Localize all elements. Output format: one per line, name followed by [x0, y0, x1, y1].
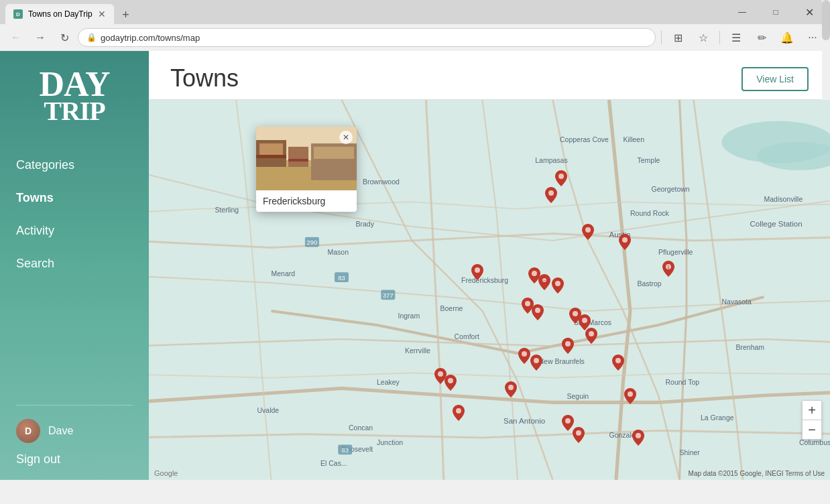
svg-point-67	[522, 351, 527, 357]
svg-text:Fredericksburg: Fredericksburg	[461, 276, 508, 284]
notifications-icon[interactable]: 🔔	[775, 25, 799, 50]
svg-point-56	[622, 237, 628, 243]
map-pin-6[interactable]: ~	[538, 274, 550, 290]
lock-icon: 🔒	[86, 33, 97, 42]
svg-point-71	[448, 378, 453, 383]
svg-text:Madisonville: Madisonville	[764, 195, 803, 203]
refresh-button[interactable]: ↻	[54, 27, 75, 48]
sidebar-item-activity[interactable]: Activity	[0, 214, 149, 247]
sidebar: DAY TRIP Categories Towns Activity Searc…	[0, 51, 149, 480]
svg-text:San Antonio: San Antonio	[503, 417, 545, 425]
map-pin-14[interactable]	[518, 348, 530, 364]
svg-point-74	[456, 408, 461, 414]
svg-text:83: 83	[338, 274, 345, 281]
map-pin-13[interactable]	[562, 338, 574, 354]
svg-text:Round Top: Round Top	[666, 378, 700, 386]
sidebar-divider	[16, 405, 133, 405]
svg-text:Temple: Temple	[638, 157, 660, 165]
edit-icon[interactable]: ✏	[750, 25, 774, 50]
svg-point-63	[573, 311, 578, 316]
svg-text:Boerne: Boerne	[440, 304, 463, 312]
favorites-icon[interactable]: ☆	[691, 25, 715, 50]
svg-text:Seguin: Seguin	[567, 392, 589, 400]
svg-text:Killeen: Killeen	[624, 135, 645, 143]
page-header: Towns View List	[149, 51, 830, 100]
more-icon[interactable]: ···	[801, 25, 825, 50]
svg-point-61	[525, 301, 530, 306]
menu-icon[interactable]: ☰	[724, 25, 748, 50]
minimize-button[interactable]: —	[727, 0, 758, 24]
reader-view-icon[interactable]: ⊞	[666, 25, 690, 50]
svg-text:Mason: Mason	[328, 248, 349, 256]
nav-items: Categories Towns Activity Search	[0, 149, 149, 399]
scrollbar-thumb[interactable]	[822, 0, 830, 40]
maximize-button[interactable]: □	[760, 0, 791, 24]
sidebar-item-categories[interactable]: Categories	[0, 149, 149, 182]
map-container[interactable]: Austin Bastrop San Marcos New Braunfels …	[149, 100, 830, 480]
svg-point-75	[565, 418, 571, 424]
svg-text:New Braunfels: New Braunfels	[539, 357, 585, 365]
svg-text:1: 1	[667, 265, 670, 269]
map-pin-23[interactable]	[573, 427, 585, 443]
svg-point-69	[615, 358, 621, 363]
zoom-in-button[interactable]: +	[803, 401, 821, 420]
svg-point-60	[555, 281, 560, 286]
map-pin-19[interactable]	[505, 381, 517, 397]
svg-point-73	[628, 391, 633, 397]
new-tab-button[interactable]: +	[117, 5, 135, 24]
map-pin-9[interactable]	[532, 304, 544, 320]
map-pin-21[interactable]	[453, 405, 465, 421]
map-pin-15[interactable]	[530, 355, 542, 371]
svg-point-68	[534, 358, 539, 363]
address-field[interactable]: 🔒 godaytrip.com/towns/map	[78, 28, 656, 47]
svg-text:Kerrville: Kerrville	[405, 346, 430, 355]
username-label: Dave	[48, 425, 73, 437]
forward-button[interactable]: →	[29, 27, 51, 48]
back-button[interactable]: ←	[5, 27, 27, 48]
map-pin-25[interactable]: 1	[662, 261, 674, 277]
logo-trip: TRIP	[40, 98, 110, 125]
map-pin-fredericksburg[interactable]	[471, 264, 483, 280]
zoom-controls: + −	[802, 400, 822, 440]
map-pin-4[interactable]	[619, 234, 631, 250]
svg-point-65	[589, 331, 594, 336]
svg-text:Brenham: Brenham	[736, 343, 765, 351]
svg-point-64	[582, 318, 587, 323]
svg-point-76	[576, 430, 581, 436]
toolbar-icons: ⊞ ☆ ☰ ✏ 🔔 ···	[658, 25, 825, 50]
svg-text:Navasota: Navasota	[722, 298, 752, 306]
svg-text:Bastrop: Bastrop	[638, 279, 662, 288]
main-content: Towns View List	[149, 51, 830, 480]
active-tab[interactable]: D Towns on DayTrip ✕	[5, 4, 114, 24]
sign-out-button[interactable]: Sign out	[0, 446, 149, 480]
svg-text:Brady: Brady	[356, 220, 375, 228]
map-pin-3[interactable]	[582, 224, 594, 240]
map-pin-24[interactable]	[632, 430, 644, 446]
logo-area: DAY TRIP	[0, 51, 149, 135]
sidebar-item-towns[interactable]: Towns	[0, 182, 149, 214]
user-section: D Dave	[0, 411, 149, 446]
tab-close-btn[interactable]: ✕	[98, 9, 106, 19]
address-bar-row: ← → ↻ 🔒 godaytrip.com/towns/map ⊞ ☆ ☰ ✏ …	[0, 24, 830, 51]
svg-point-66	[565, 341, 571, 346]
popup-close-button[interactable]: ✕	[339, 131, 353, 144]
svg-text:La Grange: La Grange	[701, 414, 734, 422]
close-button[interactable]: ✕	[794, 0, 825, 24]
svg-point-53	[558, 174, 564, 179]
view-list-button[interactable]: View List	[742, 67, 809, 91]
map-pin-16[interactable]	[612, 355, 624, 371]
map-pin-1[interactable]	[555, 170, 567, 186]
map-pin-18[interactable]	[444, 375, 457, 391]
map-pin-7[interactable]	[552, 277, 564, 294]
svg-text:Comfort: Comfort	[455, 332, 479, 340]
zoom-out-button[interactable]: −	[803, 420, 821, 439]
svg-text:~: ~	[543, 278, 546, 283]
map-pin-2[interactable]	[545, 187, 557, 203]
map-attribution: Map data ©2015 Google, INEGI Terms of Us…	[689, 470, 825, 477]
svg-text:Uvalde: Uvalde	[257, 406, 280, 414]
sidebar-item-search[interactable]: Search	[0, 247, 149, 280]
map-pin-20[interactable]	[624, 388, 636, 404]
tab-favicon: D	[13, 9, 23, 19]
map-pin-12[interactable]	[585, 328, 597, 344]
avatar: D	[16, 419, 40, 443]
